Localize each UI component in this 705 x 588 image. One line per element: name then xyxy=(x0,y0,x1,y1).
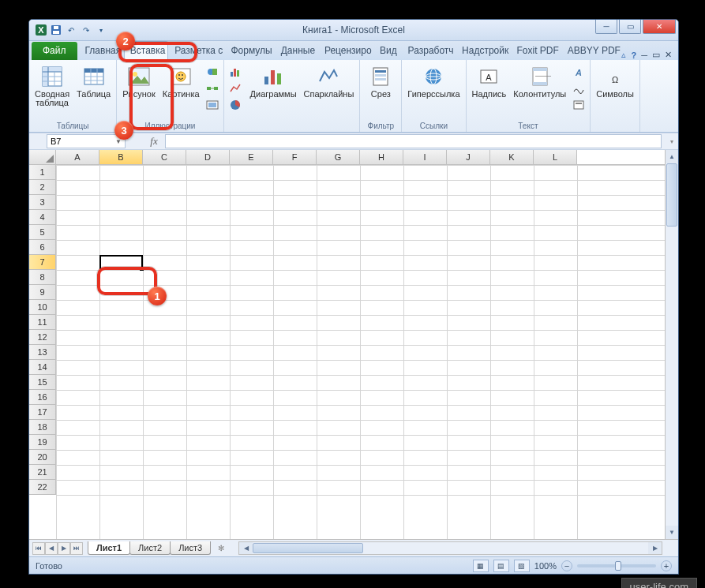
select-all-corner[interactable] xyxy=(29,150,56,164)
scroll-right-icon[interactable]: ▶ xyxy=(648,542,662,554)
sheet-tab-2[interactable]: Лист2 xyxy=(129,541,171,555)
row-header-10[interactable]: 10 xyxy=(29,300,56,315)
row-header-14[interactable]: 14 xyxy=(29,360,56,375)
save-icon[interactable] xyxy=(50,24,62,36)
col-header-J[interactable]: J xyxy=(447,150,490,164)
column-chart-icon[interactable] xyxy=(228,65,242,79)
col-header-E[interactable]: E xyxy=(230,150,273,164)
picture-button[interactable]: Рисунок xyxy=(120,62,158,100)
tab-data[interactable]: Данные xyxy=(275,41,318,60)
row-header-21[interactable]: 21 xyxy=(29,465,56,480)
zoom-out-button[interactable]: − xyxy=(561,560,572,571)
col-header-D[interactable]: D xyxy=(186,150,230,164)
charts-button[interactable]: Диаграммы xyxy=(248,62,299,100)
tab-file[interactable]: Файл xyxy=(32,42,77,60)
zoom-slider-thumb[interactable] xyxy=(615,561,621,571)
hscroll-thumb[interactable] xyxy=(253,543,363,553)
help-icon[interactable]: ? xyxy=(631,51,636,60)
row-header-6[interactable]: 6 xyxy=(29,240,56,255)
sheet-last-icon[interactable]: ⏭ xyxy=(70,542,83,555)
qat-dropdown-icon[interactable]: ▾ xyxy=(95,24,107,36)
row-header-1[interactable]: 1 xyxy=(29,165,56,180)
sheet-tab-3[interactable]: Лист3 xyxy=(170,541,211,555)
mdi-restore-icon[interactable]: ▭ xyxy=(652,50,660,60)
tab-formulas[interactable]: Формулы xyxy=(225,41,275,60)
tab-foxit[interactable]: Foxit PDF xyxy=(511,41,561,60)
undo-icon[interactable]: ↶ xyxy=(65,24,77,36)
sheet-next-icon[interactable]: ▶ xyxy=(58,542,70,555)
row-header-11[interactable]: 11 xyxy=(29,315,56,330)
fx-button[interactable]: fx xyxy=(144,134,163,148)
row-header-2[interactable]: 2 xyxy=(29,180,56,195)
col-header-B[interactable]: B xyxy=(99,150,143,164)
row-header-15[interactable]: 15 xyxy=(29,375,56,390)
col-header-L[interactable]: L xyxy=(534,150,577,164)
col-header-C[interactable]: C xyxy=(143,150,186,164)
formula-bar-expand-icon[interactable]: ▾ xyxy=(665,138,678,145)
row-header-13[interactable]: 13 xyxy=(29,345,56,360)
vertical-scrollbar[interactable]: ▲ ▼ xyxy=(665,150,678,539)
row-header-20[interactable]: 20 xyxy=(29,450,56,465)
object-icon[interactable] xyxy=(572,98,586,112)
row-header-7[interactable]: 7 xyxy=(29,255,56,270)
row-header-5[interactable]: 5 xyxy=(29,225,56,240)
col-header-A[interactable]: A xyxy=(56,150,99,164)
tab-abbyy[interactable]: ABBYY PDF xyxy=(561,41,622,60)
slicer-button[interactable]: Срез xyxy=(363,62,398,100)
wordart-icon[interactable]: A xyxy=(572,65,586,79)
minimize-button[interactable]: ─ xyxy=(595,20,617,34)
sheet-first-icon[interactable]: ⏮ xyxy=(32,542,45,555)
scroll-down-icon[interactable]: ▼ xyxy=(666,526,678,539)
active-cell[interactable] xyxy=(99,255,143,270)
pie-chart-icon[interactable] xyxy=(228,98,242,112)
screenshot-icon[interactable] xyxy=(205,98,219,112)
view-layout-icon[interactable]: ▤ xyxy=(493,560,509,572)
sheet-tab-1[interactable]: Лист1 xyxy=(88,541,130,555)
zoom-in-button[interactable]: + xyxy=(661,560,672,571)
smartart-icon[interactable] xyxy=(205,81,219,96)
shapes-icon[interactable] xyxy=(205,65,219,79)
row-header-8[interactable]: 8 xyxy=(29,270,56,285)
tab-view[interactable]: Вид xyxy=(373,41,402,60)
clipart-button[interactable]: Картинка xyxy=(160,62,202,100)
view-normal-icon[interactable]: ▦ xyxy=(473,560,489,572)
sheet-prev-icon[interactable]: ◀ xyxy=(45,542,58,555)
header-footer-button[interactable]: ――― Колонтитулы xyxy=(511,62,568,100)
view-break-icon[interactable]: ▧ xyxy=(514,560,530,572)
line-chart-icon[interactable] xyxy=(228,81,242,96)
row-header-12[interactable]: 12 xyxy=(29,330,56,345)
new-sheet-icon[interactable]: ✻ xyxy=(213,542,229,555)
tab-addins[interactable]: Надстройк xyxy=(456,41,510,60)
vscroll-thumb[interactable] xyxy=(666,163,677,227)
row-header-18[interactable]: 18 xyxy=(29,420,56,435)
symbols-button[interactable]: Ω Символы xyxy=(594,62,636,100)
formula-bar[interactable] xyxy=(165,134,662,148)
close-button[interactable]: ✕ xyxy=(643,20,676,34)
col-header-G[interactable]: G xyxy=(317,150,360,164)
textbox-button[interactable]: A Надпись xyxy=(470,62,509,100)
scroll-left-icon[interactable]: ◀ xyxy=(239,542,253,554)
col-header-K[interactable]: K xyxy=(490,150,534,164)
excel-icon[interactable]: X xyxy=(35,24,47,36)
sparklines-button[interactable]: Спарклайны xyxy=(302,62,357,100)
col-header-F[interactable]: F xyxy=(273,150,317,164)
name-box[interactable]: B7 ▼ xyxy=(47,134,126,148)
pivot-table-button[interactable]: Сводная таблица xyxy=(32,62,72,109)
row-header-19[interactable]: 19 xyxy=(29,435,56,450)
tab-review[interactable]: Рецензиро xyxy=(318,41,373,60)
redo-icon[interactable]: ↷ xyxy=(80,24,92,36)
row-header-9[interactable]: 9 xyxy=(29,285,56,300)
mdi-minimize-icon[interactable]: ─ xyxy=(641,51,647,60)
signature-icon[interactable] xyxy=(572,81,586,96)
minimize-ribbon-icon[interactable]: ▵ xyxy=(621,50,626,60)
row-header-16[interactable]: 16 xyxy=(29,390,56,405)
hyperlink-button[interactable]: Гиперссылка xyxy=(405,62,462,100)
maximize-button[interactable]: ▭ xyxy=(619,20,641,34)
row-header-4[interactable]: 4 xyxy=(29,210,56,225)
zoom-slider[interactable] xyxy=(577,564,656,567)
mdi-close-icon[interactable]: ✕ xyxy=(665,50,672,60)
row-header-17[interactable]: 17 xyxy=(29,405,56,420)
tab-layout[interactable]: Разметка с xyxy=(168,41,224,60)
col-header-H[interactable]: H xyxy=(360,150,403,164)
table-button[interactable]: Таблица xyxy=(74,62,113,100)
